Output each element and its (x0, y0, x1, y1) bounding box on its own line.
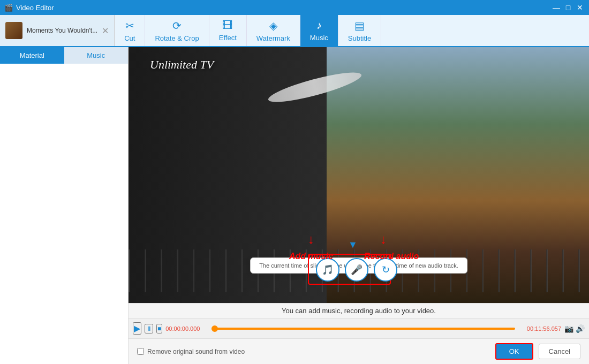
time-end: 00:11:56.057 (518, 325, 561, 332)
ok-button[interactable]: OK (495, 343, 533, 360)
record-audio-arrow: ↓ (380, 232, 387, 247)
sidebar-tab-music[interactable]: Music (64, 47, 129, 64)
clip-close-icon[interactable]: ✕ (102, 26, 109, 36)
description-text: You can add music, recording audio to yo… (282, 307, 436, 315)
sidebar: Material Music (0, 47, 129, 364)
video-frame: Unlimited TV The current time of slider … (129, 47, 589, 303)
app-title: Video Editor (16, 4, 54, 12)
minimize-button[interactable]: — (552, 3, 561, 12)
progress-thumb[interactable] (212, 325, 218, 332)
clip-tab[interactable]: Moments You Wouldn't... ✕ (0, 15, 115, 46)
titlebar-controls: — □ ✕ (552, 3, 585, 12)
app-icon: 🎬 (4, 4, 13, 12)
add-music-arrow: ↓ (308, 232, 314, 247)
tabbar: Moments You Wouldn't... ✕ ✂ Cut ⟳ Rotate… (0, 15, 589, 47)
sidebar-content (0, 64, 128, 364)
time-start: 00:00:00.000 (165, 325, 208, 332)
timeline-bar: ▶ ⏸ ■ 00:00:00.000 00:11:56.057 📷 🔊 (129, 318, 589, 338)
effect-icon: 🎞 (222, 19, 233, 32)
cancel-button[interactable]: Cancel (539, 344, 580, 359)
record-audio-label: Record audio (364, 252, 419, 261)
tab-subtitle-label: Subtitle (348, 34, 371, 42)
tab-effect-label: Effect (219, 34, 237, 42)
tab-music[interactable]: ♪ Music (300, 15, 338, 46)
progress-track[interactable] (212, 328, 515, 330)
clip-title: Moments You Wouldn't... (27, 27, 97, 34)
tab-watermark-label: Watermark (256, 34, 290, 42)
tab-effect[interactable]: 🎞 Effect (209, 15, 247, 46)
maximize-button[interactable]: □ (563, 3, 573, 12)
tab-cut-label: Cut (124, 34, 135, 42)
stop-button[interactable]: ■ (156, 324, 162, 333)
add-music-icon: 🎵 (322, 264, 334, 276)
tab-rotate-label: Rotate & Crop (155, 34, 199, 42)
description-bar: You can add music, recording audio to yo… (129, 303, 589, 318)
titlebar: 🎬 Video Editor — □ ✕ (0, 0, 589, 15)
clip-thumbnail (5, 22, 22, 39)
remove-sound-label: Remove original sound from video (147, 348, 245, 355)
watermark-icon: ◈ (269, 19, 277, 32)
refresh-icon: ↻ (382, 264, 390, 276)
music-action-buttons: 🎵 🎤 ↻ (316, 258, 397, 282)
main-content: Material Music Unlimited TV The curren (0, 47, 589, 364)
tab-subtitle[interactable]: ▤ Subtitle (338, 15, 381, 46)
cut-icon: ✂ (125, 19, 134, 32)
close-button[interactable]: ✕ (575, 3, 585, 12)
record-audio-icon: 🎤 (351, 264, 363, 276)
music-icon: ♪ (316, 19, 322, 32)
camera-icon[interactable]: 📷 (564, 324, 573, 333)
pause-button[interactable]: ⏸ (145, 324, 153, 333)
play-button[interactable]: ▶ (133, 322, 141, 335)
tab-watermark[interactable]: ◈ Watermark (247, 15, 300, 46)
refresh-button[interactable]: ↻ (374, 258, 397, 282)
tab-rotate[interactable]: ⟳ Rotate & Crop (145, 15, 209, 46)
subtitle-icon: ▤ (354, 19, 365, 32)
volume-icon[interactable]: 🔊 (576, 324, 585, 333)
sidebar-tab-material[interactable]: Material (0, 47, 64, 64)
remove-sound-checkbox[interactable] (137, 348, 144, 355)
timeline-controls: 📷 🔊 (564, 324, 585, 333)
content-area: Unlimited TV The current time of slider … (129, 47, 589, 364)
bottom-actions: Remove original sound from video OK Canc… (129, 338, 589, 364)
add-music-label: Add music (289, 252, 333, 261)
checkbox-row: Remove original sound from video (137, 348, 490, 355)
watermark-text: Unlimited TV (150, 58, 214, 72)
tab-cut[interactable]: ✂ Cut (115, 15, 145, 46)
video-preview: Unlimited TV The current time of slider … (129, 47, 589, 303)
add-music-button[interactable]: 🎵 (316, 258, 339, 282)
rotate-icon: ⟳ (172, 19, 182, 32)
record-audio-button[interactable]: 🎤 (345, 258, 368, 282)
sidebar-tabs: Material Music (0, 47, 128, 64)
titlebar-left: 🎬 Video Editor (4, 4, 54, 12)
down-arrow-icon: ▼ (348, 239, 358, 251)
tab-music-label: Music (310, 34, 328, 42)
